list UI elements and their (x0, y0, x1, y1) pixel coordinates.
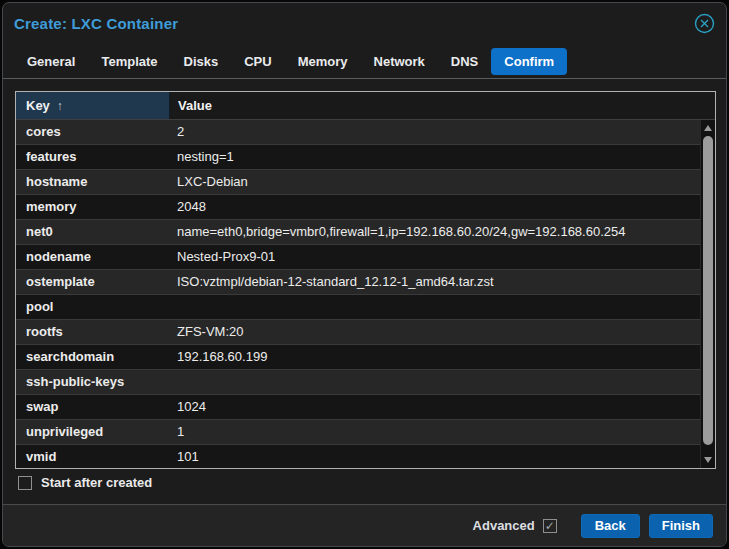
tab-network[interactable]: Network (361, 48, 438, 75)
row-key: rootfs (16, 320, 169, 344)
row-key: cores (16, 120, 169, 144)
confirm-settings-grid: Key ↑ Value cores 2 features nesting=1 h… (15, 91, 716, 469)
row-value (169, 370, 715, 394)
table-row[interactable]: swap 1024 (16, 395, 715, 420)
scroll-up-icon[interactable] (701, 121, 715, 135)
row-value: LXC-Debian (169, 170, 715, 194)
row-key: net0 (16, 220, 169, 244)
start-after-created-checkbox[interactable]: Start after created (18, 475, 152, 490)
row-key: hostname (16, 170, 169, 194)
tab-confirm[interactable]: Confirm (491, 48, 567, 75)
tab-bar: GeneralTemplateDisksCPUMemoryNetworkDNSC… (3, 44, 726, 79)
table-row[interactable]: net0 name=eth0,bridge=vmbr0,firewall=1,i… (16, 220, 715, 245)
table-row[interactable]: pool (16, 295, 715, 320)
row-value: 1 (169, 420, 715, 444)
table-row[interactable]: nodename Nested-Prox9-01 (16, 245, 715, 270)
row-value: 1024 (169, 395, 715, 419)
tab-disks[interactable]: Disks (171, 48, 232, 75)
grid-body: cores 2 features nesting=1 hostname LXC-… (16, 120, 715, 468)
row-value: ISO:vztmpl/debian-12-standard_12.12-1_am… (169, 270, 715, 294)
row-key: features (16, 145, 169, 169)
finish-button[interactable]: Finish (649, 514, 713, 538)
scroll-down-icon[interactable] (701, 453, 715, 467)
row-key: memory (16, 195, 169, 219)
start-after-created-label: Start after created (41, 475, 152, 490)
row-key: vmid (16, 445, 169, 468)
column-header-value-label: Value (178, 98, 212, 113)
advanced-checkbox-checked[interactable]: ✓ (543, 519, 557, 533)
column-header-value[interactable]: Value (169, 92, 715, 119)
row-value: 2 (169, 120, 715, 144)
column-header-key-label: Key (26, 98, 50, 113)
sort-ascending-icon: ↑ (57, 99, 63, 113)
tab-memory[interactable]: Memory (285, 48, 361, 75)
tab-general[interactable]: General (14, 48, 88, 75)
table-row[interactable]: rootfs ZFS-VM:20 (16, 320, 715, 345)
table-row[interactable]: vmid 101 (16, 445, 715, 468)
check-icon: ✓ (545, 520, 555, 532)
table-row[interactable]: unprivileged 1 (16, 420, 715, 445)
table-row[interactable]: memory 2048 (16, 195, 715, 220)
back-button[interactable]: Back (581, 514, 640, 538)
checkbox-unchecked-icon (18, 476, 32, 490)
dialog-title: Create: LXC Container (14, 15, 178, 32)
row-key: nodename (16, 245, 169, 269)
row-value (169, 295, 715, 319)
row-key: pool (16, 295, 169, 319)
table-row[interactable]: hostname LXC-Debian (16, 170, 715, 195)
vertical-scrollbar[interactable] (700, 120, 715, 468)
table-row[interactable]: ssh-public-keys (16, 370, 715, 395)
row-value: nesting=1 (169, 145, 715, 169)
grid-header: Key ↑ Value (16, 92, 715, 120)
table-row[interactable]: cores 2 (16, 120, 715, 145)
row-value: Nested-Prox9-01 (169, 245, 715, 269)
tab-cpu[interactable]: CPU (231, 48, 284, 75)
row-key: searchdomain (16, 345, 169, 369)
scrollbar-thumb[interactable] (703, 136, 713, 445)
tab-dns[interactable]: DNS (438, 48, 491, 75)
dialog-footer: Advanced ✓ Back Finish (3, 504, 726, 546)
table-row[interactable]: ostemplate ISO:vztmpl/debian-12-standard… (16, 270, 715, 295)
row-value: 101 (169, 445, 715, 468)
close-icon[interactable] (694, 13, 715, 34)
tab-template[interactable]: Template (88, 48, 170, 75)
column-header-key[interactable]: Key ↑ (16, 92, 169, 119)
table-row[interactable]: features nesting=1 (16, 145, 715, 170)
row-key: swap (16, 395, 169, 419)
advanced-label: Advanced (473, 518, 535, 533)
row-value: 192.168.60.199 (169, 345, 715, 369)
dialog-titlebar: Create: LXC Container (3, 3, 726, 44)
row-key: ssh-public-keys (16, 370, 169, 394)
row-value: 2048 (169, 195, 715, 219)
confirm-panel: Key ↑ Value cores 2 features nesting=1 h… (3, 80, 726, 503)
row-key: ostemplate (16, 270, 169, 294)
table-row[interactable]: searchdomain 192.168.60.199 (16, 345, 715, 370)
row-value: name=eth0,bridge=vmbr0,firewall=1,ip=192… (169, 220, 715, 244)
create-lxc-container-dialog: Create: LXC Container GeneralTemplateDis… (2, 2, 727, 547)
row-value: ZFS-VM:20 (169, 320, 715, 344)
row-key: unprivileged (16, 420, 169, 444)
